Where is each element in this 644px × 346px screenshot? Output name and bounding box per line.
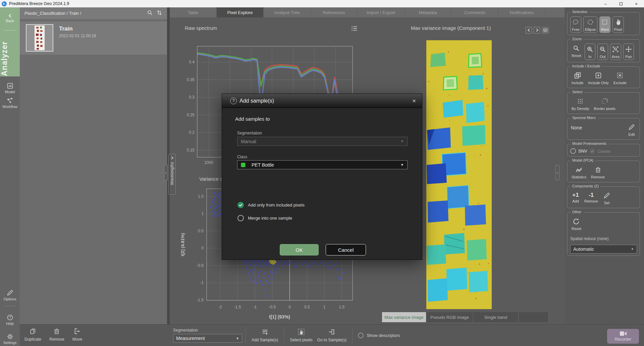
- svg-text:-1.5: -1.5: [234, 305, 241, 309]
- max-variance-image[interactable]: [426, 40, 492, 309]
- image-tab-max-variance-image[interactable]: Max variance image: [382, 312, 426, 322]
- group-zoom: ZoomResetInOutAreaPan: [567, 39, 640, 62]
- class-field-label: Class: [237, 155, 247, 159]
- include-only-button[interactable]: Include Only: [587, 71, 610, 86]
- spatial-reduce-dropdown[interactable]: Automatic▼: [570, 245, 637, 253]
- add-samples-dialog: ? Add sample(s) × Add samples to Segment…: [222, 94, 422, 260]
- next-component-button[interactable]: [534, 27, 540, 34]
- sidebar-item-label: Help: [6, 322, 14, 326]
- merge-sample-radio[interactable]: Merge into one sample: [237, 215, 292, 221]
- add-texticon: +1: [572, 192, 579, 198]
- out-button[interactable]: Out: [597, 44, 608, 60]
- density-icon: [577, 98, 584, 107]
- tab-metadata[interactable]: Metadata: [405, 7, 451, 17]
- add-button[interactable]: +1Add: [570, 191, 581, 204]
- remove-button[interactable]: Remove: [590, 165, 606, 180]
- free-button[interactable]: Free: [570, 16, 581, 33]
- duplicate-button[interactable]: Duplicate: [24, 328, 41, 342]
- sidebar-item-help[interactable]: ?Help: [0, 314, 20, 326]
- sample-list-item-train[interactable]: Train 2022-02-01 11:00:16: [20, 21, 167, 55]
- ok-button[interactable]: OK: [280, 244, 319, 255]
- image-tab-single-band[interactable]: Single band: [473, 312, 519, 322]
- tool-label: Free: [572, 27, 580, 32]
- center-checkbox[interactable]: Center: [589, 148, 611, 154]
- minimize-button[interactable]: –: [598, 0, 613, 7]
- prev-component-button[interactable]: [526, 27, 532, 34]
- add-sample-s--button[interactable]: Add Sample(s): [252, 328, 278, 342]
- move-icon: [73, 328, 81, 336]
- collapse-right-panel-handle[interactable]: ›: [555, 165, 559, 180]
- image-nav: [526, 27, 549, 34]
- exclude-button[interactable]: Exclude: [612, 71, 628, 86]
- area-button[interactable]: Area: [610, 44, 621, 60]
- group-title: Spectral filters: [570, 116, 598, 120]
- spectrum-menu-icon[interactable]: [351, 25, 358, 34]
- search-icon[interactable]: [147, 10, 153, 17]
- sidebar-analyzer-section[interactable]: Back Analyzer: [0, 7, 20, 76]
- sort-icon[interactable]: [156, 10, 162, 17]
- sidebar-item-label: Settings: [3, 341, 17, 345]
- remove-button[interactable]: Remove: [49, 328, 64, 342]
- go-to-sample-s--button[interactable]: Go to Sample(s): [317, 328, 346, 342]
- included-pixels-checkbox[interactable]: Add only from included pixels: [237, 202, 305, 208]
- edit-button[interactable]: Edit: [626, 122, 637, 137]
- maximize-button[interactable]: [613, 0, 629, 7]
- back-button[interactable]: Back: [0, 13, 20, 23]
- move-button[interactable]: Move: [72, 328, 82, 342]
- image-tab-pseudo-rgb-image[interactable]: Pseudo RGB image: [426, 312, 473, 322]
- tab-notifications[interactable]: Notifications: [498, 7, 545, 17]
- spectrum-panel-title: Raw spectrum: [185, 25, 217, 31]
- ellipse-button[interactable]: Ellipse: [583, 16, 597, 33]
- recorder-button[interactable]: Recorder: [607, 329, 639, 344]
- chevron-left-icon: [8, 13, 12, 18]
- sidebar-item-settings[interactable]: Settings: [0, 333, 20, 345]
- in-button[interactable]: In: [585, 44, 595, 60]
- border-pixels-button[interactable]: Border pixels: [593, 97, 617, 112]
- svg-text:1: 1: [201, 211, 204, 216]
- tab-comments[interactable]: Comments: [451, 7, 498, 17]
- by-density-button[interactable]: By Density: [570, 97, 591, 112]
- help-circle-icon[interactable]: ?: [230, 98, 237, 104]
- group-model-pca-: Model (PCA)StatisticsRemove: [567, 161, 640, 182]
- reset-button[interactable]: Reset: [570, 217, 583, 232]
- pan-icon: [625, 46, 632, 55]
- tab-import-export[interactable]: Import / Export: [358, 7, 405, 17]
- breadcrumb[interactable]: Plastic_Classification / Train /: [24, 11, 81, 16]
- tab-pixel-explore[interactable]: Pixel Explore: [217, 7, 264, 17]
- class-select[interactable]: PET Bottle ▼: [237, 160, 408, 169]
- sidebar-item-model[interactable]: Model: [0, 82, 20, 94]
- tab-analyse-tree[interactable]: Analyse Tree: [264, 7, 311, 17]
- select-pixels-button[interactable]: Select pixels: [290, 328, 312, 342]
- rect-button[interactable]: Rect: [599, 16, 610, 33]
- group-title: Model (PCA): [570, 158, 595, 162]
- window-titlebar: b. Prediktera Breeze Geo 2024.1.9 – ×: [0, 0, 644, 7]
- pixel-button[interactable]: Pixel: [612, 16, 624, 33]
- segmentation-select[interactable]: Manual ▼: [237, 137, 408, 146]
- zoom-reset-icon: [573, 45, 580, 54]
- sidebar-item-workflow[interactable]: Workflow: [0, 97, 20, 109]
- include-button[interactable]: Include: [570, 71, 585, 86]
- reset-button[interactable]: Reset: [570, 44, 583, 59]
- statistics-button[interactable]: Statistics: [570, 165, 588, 180]
- sidebar-item-options[interactable]: Options: [0, 289, 20, 301]
- tab-references[interactable]: References: [311, 7, 358, 17]
- wavelengths-tab[interactable]: Wavelengths: [168, 154, 176, 195]
- dialog-titlebar[interactable]: ? Add sample(s) ×: [222, 94, 422, 108]
- collapse-left-panel-handle[interactable]: ‹: [164, 165, 168, 180]
- close-button[interactable]: ×: [629, 0, 644, 7]
- set-button[interactable]: Set: [601, 191, 612, 206]
- segmentation-dropdown[interactable]: Measurement ▼: [173, 334, 242, 343]
- show-descriptors-toggle[interactable]: Show descriptors: [358, 333, 400, 338]
- sample-explorer-panel: Plastic_Classification / Train / Train 2…: [20, 7, 167, 324]
- tab-table[interactable]: Table: [170, 7, 217, 17]
- dialog-close-button[interactable]: ×: [412, 97, 416, 105]
- pan-button[interactable]: Pan: [623, 44, 634, 60]
- cancel-button[interactable]: Cancel: [326, 244, 366, 255]
- include-only-icon: [595, 72, 602, 81]
- snv-radio[interactable]: SNV: [570, 148, 587, 154]
- rect-select-icon: [601, 18, 608, 27]
- camera-icon: [620, 331, 627, 336]
- remove-button[interactable]: -1Remove: [583, 191, 599, 204]
- tool-label: Add: [572, 199, 579, 203]
- layers-icon[interactable]: [542, 27, 549, 34]
